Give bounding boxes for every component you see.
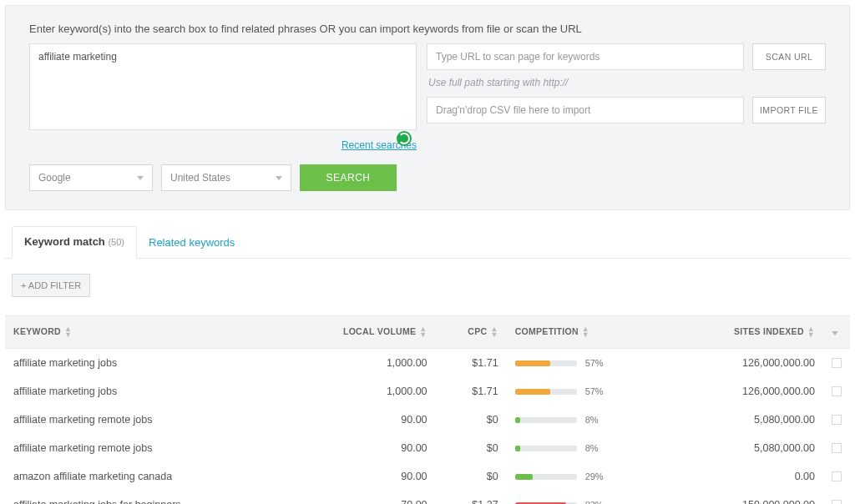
cell-cpc: $0 xyxy=(436,434,507,462)
cell-cpc: $1.71 xyxy=(436,377,507,406)
chevron-down-icon xyxy=(137,176,144,180)
sort-icon: ▲▼ xyxy=(64,326,72,338)
scan-url-button[interactable]: SCAN URL xyxy=(752,43,826,70)
cell-competition: 8% xyxy=(507,406,675,434)
cell-competition: 57% xyxy=(507,349,675,378)
cell-keyword: affiliate marketing remote jobs xyxy=(5,434,283,462)
cell-sites: 126,000,000.00 xyxy=(675,349,823,378)
search-panel: Enter keyword(s) into the search box to … xyxy=(5,5,850,210)
cell-checkbox[interactable] xyxy=(823,434,850,462)
url-hint: Use full path starting with http:// xyxy=(428,77,826,88)
cell-checkbox[interactable] xyxy=(823,462,850,491)
table-row: affiliate marketing jobs1,000.00$1.7157%… xyxy=(5,349,850,378)
row-checkbox[interactable] xyxy=(832,386,842,396)
engine-select-value: Google xyxy=(38,172,71,184)
table-row: affiliate marketing jobs1,000.00$1.7157%… xyxy=(5,377,850,406)
country-select-value: United States xyxy=(170,172,230,184)
cell-volume: 1,000.00 xyxy=(283,349,435,378)
row-checkbox[interactable] xyxy=(832,500,842,504)
cell-cpc: $1.71 xyxy=(436,349,507,378)
tab-keyword-match[interactable]: Keyword match (50) xyxy=(12,226,137,259)
cell-checkbox[interactable] xyxy=(823,377,850,406)
table-row: affiliate marketing jobs for beginners70… xyxy=(5,491,850,504)
import-file-button[interactable]: IMPORT FILE xyxy=(752,97,826,123)
cell-sites: 159,000,000.00 xyxy=(675,491,823,504)
cell-volume: 70.00 xyxy=(283,491,435,504)
keyword-box-wrap: Recent searches xyxy=(29,43,417,151)
cell-competition: 8% xyxy=(507,434,675,462)
sort-icon: ▲▼ xyxy=(582,326,589,338)
sort-icon: ▲▼ xyxy=(807,326,815,338)
cell-checkbox[interactable] xyxy=(823,349,850,378)
tab-count: (50) xyxy=(108,237,124,247)
cell-cpc: $1.27 xyxy=(436,491,507,504)
col-cpc[interactable]: CPC▲▼ xyxy=(436,316,507,349)
cell-checkbox[interactable] xyxy=(823,491,850,504)
col-local-volume[interactable]: LOCAL VOLUME▲▼ xyxy=(283,316,435,349)
cell-competition: 29% xyxy=(507,462,675,491)
row-checkbox[interactable] xyxy=(832,471,842,481)
country-select[interactable]: United States xyxy=(161,164,291,191)
cell-cpc: $0 xyxy=(436,462,507,491)
cell-sites: 0.00 xyxy=(675,462,823,491)
cell-competition: 83% xyxy=(507,491,675,504)
search-button[interactable]: SEARCH xyxy=(300,164,397,191)
cell-sites: 5,080,000.00 xyxy=(675,434,823,462)
sort-icon: ▲▼ xyxy=(419,326,427,338)
table-row: affiliate marketing remote jobs90.00$08%… xyxy=(5,406,850,434)
cell-volume: 1,000.00 xyxy=(283,377,435,406)
row-checkbox[interactable] xyxy=(832,443,842,453)
cell-volume: 90.00 xyxy=(283,462,435,491)
results-table: KEYWORD▲▼ LOCAL VOLUME▲▼ CPC▲▼ COMPETITI… xyxy=(5,315,850,504)
cell-keyword: amazon affiliate marketing canada xyxy=(5,462,283,491)
cell-sites: 5,080,000.00 xyxy=(675,406,823,434)
url-input[interactable] xyxy=(427,43,744,70)
row-checkbox[interactable] xyxy=(832,415,842,425)
cell-keyword: affiliate marketing remote jobs xyxy=(5,406,283,434)
table-row: amazon affiliate marketing canada90.00$0… xyxy=(5,462,850,491)
row-checkbox[interactable] xyxy=(832,358,842,368)
add-filter-button[interactable]: + ADD FILTER xyxy=(12,274,90,297)
keyword-textarea[interactable] xyxy=(29,43,417,130)
chevron-down-icon xyxy=(276,176,282,180)
csv-dropzone[interactable] xyxy=(427,97,744,123)
cell-keyword: affiliate marketing jobs for beginners xyxy=(5,491,283,504)
col-keyword[interactable]: KEYWORD▲▼ xyxy=(5,316,283,349)
cell-cpc: $0 xyxy=(436,406,507,434)
tab-label: Keyword match xyxy=(24,235,105,248)
tabs: Keyword match (50) Related keywords xyxy=(5,225,850,259)
cell-volume: 90.00 xyxy=(283,434,435,462)
grammarly-icon xyxy=(397,131,412,146)
col-sites-indexed[interactable]: SITES INDEXED▲▼ xyxy=(675,316,823,349)
cell-competition: 57% xyxy=(507,377,675,406)
col-competition[interactable]: COMPETITION▲▼ xyxy=(507,316,675,349)
col-settings[interactable] xyxy=(823,316,850,349)
intro-text: Enter keyword(s) into the search box to … xyxy=(29,23,826,35)
engine-select[interactable]: Google xyxy=(29,164,153,191)
cell-sites: 126,000,000.00 xyxy=(675,377,823,406)
recent-searches-link[interactable]: Recent searches xyxy=(29,139,417,151)
sort-icon: ▲▼ xyxy=(490,326,498,338)
cell-volume: 90.00 xyxy=(283,406,435,434)
tab-related-keywords[interactable]: Related keywords xyxy=(137,228,246,259)
cell-checkbox[interactable] xyxy=(823,406,850,434)
cell-keyword: affiliate marketing jobs xyxy=(5,377,283,406)
cell-keyword: affiliate marketing jobs xyxy=(5,349,283,378)
table-row: affiliate marketing remote jobs90.00$08%… xyxy=(5,434,850,462)
chevron-down-icon xyxy=(832,331,838,335)
